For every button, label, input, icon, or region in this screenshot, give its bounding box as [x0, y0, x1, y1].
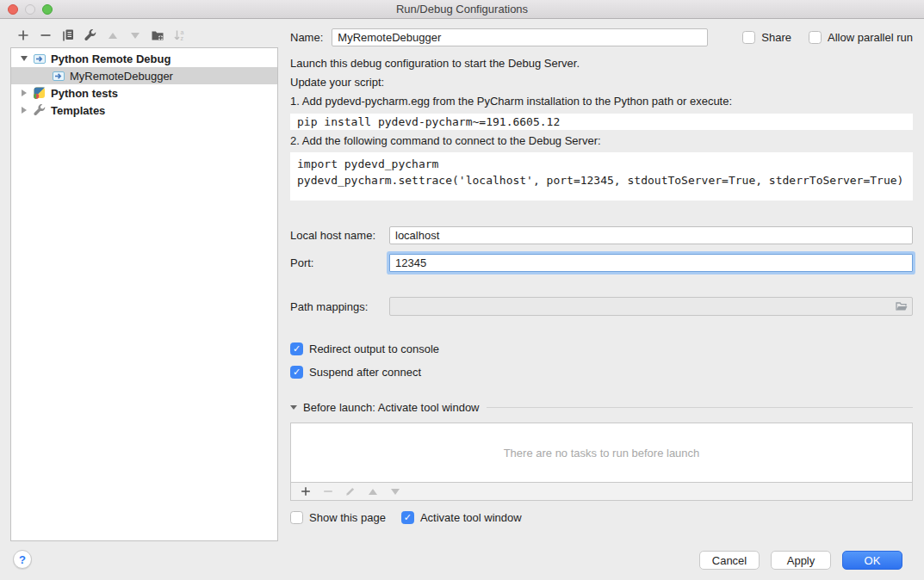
browse-folder-icon[interactable] — [895, 299, 908, 313]
svg-text:a: a — [181, 29, 184, 35]
description-line-2: Update your script: — [290, 73, 913, 92]
redirect-output-row: ✓ Redirect output to console — [290, 342, 913, 355]
name-label: Name: — [290, 31, 323, 44]
edit-task-pencil-icon — [339, 484, 362, 499]
local-host-label: Local host name: — [290, 229, 389, 242]
apply-button[interactable]: Apply — [771, 551, 831, 570]
pip-install-command: pip install pydevd-pycharm~=191.6605.12 — [290, 114, 913, 130]
move-down-icon — [124, 26, 146, 45]
python-tests-icon — [33, 86, 47, 100]
move-task-up-icon — [362, 484, 384, 499]
dialog-options-row: ✓ Show this page ✓ Activate tool window — [290, 511, 913, 524]
share-checkbox[interactable]: ✓ — [742, 31, 755, 44]
add-task-icon[interactable] — [295, 484, 317, 499]
description-line-1: Launch this debug configuration to start… — [290, 54, 913, 73]
name-input[interactable] — [332, 28, 708, 46]
share-label: Share — [761, 31, 791, 44]
before-launch-title: Before launch: Activate tool window — [303, 401, 480, 414]
allow-parallel-run-label: Allow parallel run — [828, 31, 913, 44]
ok-button[interactable]: OK — [842, 551, 902, 570]
remove-task-icon — [317, 484, 339, 499]
code-line-settrace: pydevd_pycharm.settrace('localhost', por… — [297, 172, 906, 188]
templates-wrench-icon — [33, 103, 47, 117]
traffic-lights — [8, 4, 53, 15]
show-this-page-checkbox[interactable]: ✓ — [290, 511, 303, 524]
activate-tool-window-checkbox[interactable]: ✓ — [401, 511, 414, 524]
minimize-button — [25, 4, 35, 15]
footer-buttons: Cancel Apply OK — [699, 551, 902, 570]
check-icon: ✓ — [293, 367, 301, 377]
titlebar: Run/Debug Configurations — [0, 0, 924, 19]
configurations-toolbar: az — [12, 26, 191, 45]
redirect-output-label: Redirect output to console — [309, 342, 439, 355]
cancel-button[interactable]: Cancel — [699, 551, 760, 570]
collapse-caret-icon[interactable] — [18, 107, 30, 114]
new-folder-icon[interactable] — [146, 26, 169, 45]
move-task-down-icon — [384, 484, 406, 499]
zoom-button[interactable] — [42, 4, 53, 15]
question-mark-icon: ? — [19, 553, 26, 566]
check-icon: ✓ — [404, 513, 412, 522]
description-step-1: 1. Add pydevd-pycharm.egg from the PyCha… — [290, 92, 913, 111]
remove-icon[interactable] — [34, 26, 57, 45]
allow-parallel-run-checkbox[interactable]: ✓ — [809, 31, 822, 44]
tree-item-python-remote-debug[interactable]: Python Remote Debug — [11, 50, 277, 67]
code-line-import: import pydevd_pycharm — [297, 156, 906, 172]
tree-item-label: Templates — [51, 104, 105, 117]
close-button[interactable] — [8, 4, 18, 15]
remote-debug-config-icon — [33, 52, 47, 65]
tree-item-python-tests[interactable]: Python tests — [11, 84, 277, 102]
settrace-code-block: import pydevd_pycharmpydevd_pycharm.sett… — [290, 152, 913, 201]
redirect-output-checkbox[interactable]: ✓ — [290, 342, 303, 355]
check-icon: ✓ — [293, 344, 301, 354]
dialog-body: az Python Remote Debug MyRemoteDebugger … — [0, 19, 924, 580]
port-row: Port: — [290, 254, 913, 272]
edit-templates-wrench-icon[interactable] — [79, 26, 102, 45]
configuration-editor: Name: ✓ Share ✓ Allow parallel run Launc… — [290, 19, 913, 524]
sort-alphabetically-icon: az — [169, 26, 191, 45]
path-mappings-row: Path mappings: — [290, 297, 913, 316]
suspend-after-connect-checkbox[interactable]: ✓ — [290, 366, 303, 379]
help-button[interactable]: ? — [13, 550, 32, 569]
port-label: Port: — [290, 256, 389, 269]
before-launch-header[interactable]: Before launch: Activate tool window — [290, 401, 913, 414]
tasks-toolbar — [290, 483, 913, 501]
path-mappings-field[interactable] — [389, 297, 913, 316]
show-this-page-label: Show this page — [309, 511, 386, 524]
tree-item-label: MyRemoteDebugger — [70, 70, 173, 83]
window-title: Run/Debug Configurations — [396, 3, 528, 15]
suspend-after-connect-row: ✓ Suspend after connect — [290, 366, 913, 379]
tree-item-templates[interactable]: Templates — [11, 102, 277, 119]
tree-item-label: Python tests — [51, 87, 118, 100]
remote-debug-config-icon — [52, 69, 65, 83]
tree-item-label: Python Remote Debug — [51, 52, 171, 65]
collapse-triangle-icon[interactable] — [290, 405, 297, 410]
tree-item-myremotedebugger[interactable]: MyRemoteDebugger — [11, 67, 277, 84]
expand-caret-icon[interactable] — [18, 56, 30, 61]
activate-tool-window-label: Activate tool window — [420, 511, 522, 524]
copy-icon[interactable] — [57, 26, 79, 45]
description-text: Launch this debug configuration to start… — [290, 54, 913, 111]
run-debug-configurations-dialog: Run/Debug Configurations az — [0, 0, 924, 580]
collapse-caret-icon[interactable] — [18, 89, 30, 96]
port-input[interactable] — [389, 254, 913, 272]
move-up-icon — [102, 26, 124, 45]
add-icon[interactable] — [12, 26, 34, 45]
svg-text:z: z — [181, 35, 184, 41]
empty-tasks-message: There are no tasks to run before launch — [504, 447, 700, 460]
local-host-input[interactable] — [389, 226, 913, 244]
local-host-row: Local host name: — [290, 226, 913, 244]
suspend-after-connect-label: Suspend after connect — [309, 366, 421, 379]
description-step-2: 2. Add the following command to connect … — [290, 132, 913, 151]
configurations-tree: Python Remote Debug MyRemoteDebugger Pyt… — [10, 47, 278, 541]
path-mappings-label: Path mappings: — [290, 300, 389, 313]
name-row: Name: ✓ Share ✓ Allow parallel run — [290, 28, 913, 46]
before-launch-task-list[interactable]: There are no tasks to run before launch — [290, 423, 913, 483]
dialog-footer: ? Cancel Apply OK — [0, 542, 924, 580]
separator-line — [487, 407, 913, 408]
